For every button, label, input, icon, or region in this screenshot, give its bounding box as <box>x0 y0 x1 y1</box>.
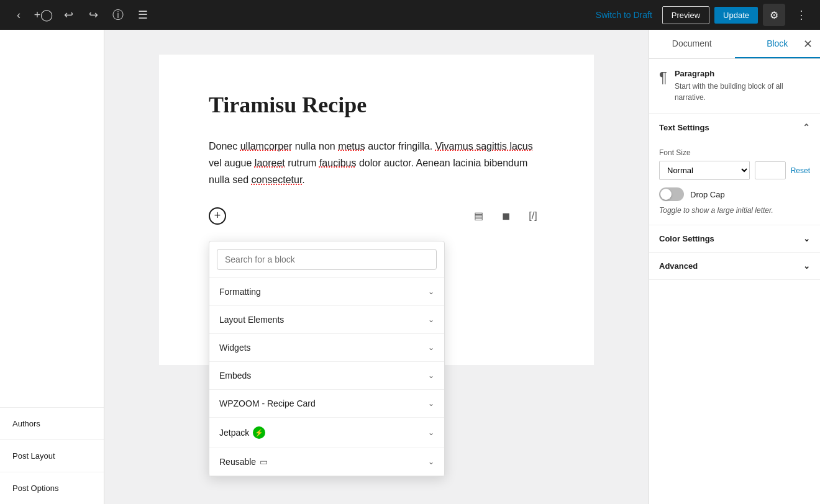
undo-button[interactable]: ↩ <box>57 4 80 26</box>
drop-cap-description: Toggle to show a large initial letter. <box>659 206 810 215</box>
redo-button[interactable]: ↪ <box>82 4 104 26</box>
block-category-embeds-label: Embeds <box>219 371 251 380</box>
info-button[interactable]: ⓘ <box>107 4 129 26</box>
advanced-title: Advanced <box>659 261 698 271</box>
block-category-layout[interactable]: Layout Elements ⌄ <box>209 306 444 334</box>
spell-check-1: ullamcorper <box>240 141 293 151</box>
color-settings-collapse-icon: ⌄ <box>803 234 810 243</box>
toolbar: ‹ +◯ ↩ ↪ ⓘ ☰ Switch to Draft Preview Upd… <box>0 0 820 30</box>
chevron-down-icon: ⌄ <box>428 428 434 437</box>
jetpack-badge-icon: ⚡ <box>253 426 265 439</box>
color-settings-header[interactable]: Color Settings ⌄ <box>649 225 820 253</box>
block-type-icons: ▤ ◼ [/] <box>467 205 544 227</box>
shortcode-block-icon[interactable]: [/] <box>522 205 544 227</box>
sidebar-tabs: Document Block ✕ <box>649 30 820 59</box>
tab-document[interactable]: Document <box>649 30 735 58</box>
drop-cap-toggle[interactable] <box>659 187 684 201</box>
block-inserter: Formatting ⌄ Layout Elements ⌄ Widgets ⌄… <box>209 241 445 477</box>
sidebar-item-authors[interactable]: Authors <box>0 407 104 439</box>
block-category-layout-label: Layout Elements <box>219 315 284 325</box>
block-category-jetpack[interactable]: Jetpack ⚡ ⌄ <box>209 418 444 448</box>
block-category-embeds[interactable]: Embeds ⌄ <box>209 362 444 390</box>
block-category-widgets-label: Widgets <box>219 343 251 353</box>
sidebar-item-post-options[interactable]: Post Options <box>0 472 104 504</box>
font-size-custom-input[interactable] <box>755 161 786 179</box>
update-button[interactable]: Update <box>714 7 758 24</box>
spell-check-6: consectetur <box>252 174 303 185</box>
block-category-reusable-label: Reusable <box>219 457 256 467</box>
text-settings-collapse-icon: ⌃ <box>803 122 810 132</box>
add-block-area: + ▤ ◼ [/] <box>209 204 544 228</box>
text-settings-section: Text Settings ⌃ Font Size Small Normal M… <box>649 114 820 225</box>
spell-check-5: faucibus <box>319 158 357 168</box>
add-block-toolbar-button[interactable]: +◯ <box>32 4 55 26</box>
close-sidebar-button[interactable]: ✕ <box>801 35 815 53</box>
block-category-wpzoom-label: WPZOOM - Recipe Card <box>219 398 316 408</box>
chevron-down-icon: ⌄ <box>428 371 434 380</box>
block-search-input[interactable] <box>217 249 437 270</box>
sidebar-item-post-layout[interactable]: Post Layout <box>0 439 104 472</box>
font-size-row: Small Normal Medium Large Huge Reset <box>659 161 810 180</box>
text-settings-title: Text Settings <box>659 123 709 132</box>
chevron-down-icon: ⌄ <box>428 343 434 352</box>
text-settings-header[interactable]: Text Settings ⌃ <box>649 114 820 141</box>
jetpack-label-group: Jetpack ⚡ <box>219 426 265 439</box>
block-info-text: Paragraph Start with the building block … <box>675 69 810 103</box>
chevron-down-icon: ⌄ <box>428 287 434 296</box>
font-size-label: Font Size <box>659 148 810 157</box>
block-category-widgets[interactable]: Widgets ⌄ <box>209 334 444 362</box>
toolbar-left: ‹ +◯ ↩ ↪ ⓘ ☰ <box>7 4 154 26</box>
reusable-label-group: Reusable ▭ <box>219 457 268 467</box>
block-description: Start with the building block of all nar… <box>675 81 810 103</box>
drop-cap-label: Drop Cap <box>690 190 725 199</box>
bottom-sidebar-items: Authors Post Layout Post Options <box>0 407 104 504</box>
switch-to-draft-button[interactable]: Switch to Draft <box>591 6 657 24</box>
block-info: ¶ Paragraph Start with the building bloc… <box>649 59 820 114</box>
block-category-formatting-label: Formatting <box>219 287 261 297</box>
list-view-button[interactable]: ☰ <box>132 4 154 26</box>
more-options-button[interactable]: ⋮ <box>790 4 813 26</box>
post-paragraph[interactable]: Donec ullamcorper nulla non metus auctor… <box>209 138 544 189</box>
advanced-collapse-icon: ⌄ <box>803 261 810 271</box>
chevron-down-icon: ⌄ <box>428 457 434 466</box>
font-size-select[interactable]: Small Normal Medium Large Huge <box>659 161 750 180</box>
font-size-reset-button[interactable]: Reset <box>791 166 810 175</box>
right-sidebar: Document Block ✕ ¶ Paragraph Start with … <box>649 30 820 504</box>
drop-cap-row: Drop Cap <box>659 187 810 201</box>
block-category-wpzoom[interactable]: WPZOOM - Recipe Card ⌄ <box>209 390 444 418</box>
preview-button[interactable]: Preview <box>662 6 709 24</box>
left-sidebar: Authors Post Layout Post Options <box>0 30 104 504</box>
image-block-icon[interactable]: ◼ <box>494 205 517 227</box>
paragraph-block-icon[interactable]: ▤ <box>467 205 490 227</box>
paragraph-icon: ¶ <box>659 69 667 86</box>
chevron-down-icon: ⌄ <box>428 399 434 408</box>
text-settings-body: Font Size Small Normal Medium Large Huge… <box>649 141 820 225</box>
editor-area: Tiramisu Recipe Donec ullamcorper nulla … <box>104 30 649 504</box>
block-category-jetpack-label: Jetpack <box>219 428 249 438</box>
toggle-switch-thumb <box>660 189 672 200</box>
color-settings-title: Color Settings <box>659 234 714 243</box>
block-category-formatting[interactable]: Formatting ⌄ <box>209 278 444 306</box>
main-layout: Authors Post Layout Post Options Tiramis… <box>0 30 820 504</box>
spell-check-3: Vivamus sagittis lacus <box>435 141 533 151</box>
toolbar-right: Switch to Draft Preview Update ⚙ ⋮ <box>591 4 813 26</box>
reusable-block-icon: ▭ <box>260 457 268 467</box>
settings-gear-button[interactable]: ⚙ <box>763 4 785 26</box>
spell-check-4: laoreet <box>255 158 285 168</box>
block-name: Paragraph <box>675 69 810 78</box>
post-title[interactable]: Tiramisu Recipe <box>209 92 544 118</box>
back-button[interactable]: ‹ <box>7 4 30 26</box>
spell-check-2: metus <box>338 141 365 151</box>
block-search <box>209 241 444 278</box>
add-block-inline-button[interactable]: + <box>209 207 226 225</box>
chevron-down-icon: ⌄ <box>428 315 434 324</box>
advanced-header[interactable]: Advanced ⌄ <box>649 253 820 280</box>
block-category-reusable[interactable]: Reusable ▭ ⌄ <box>209 448 444 476</box>
